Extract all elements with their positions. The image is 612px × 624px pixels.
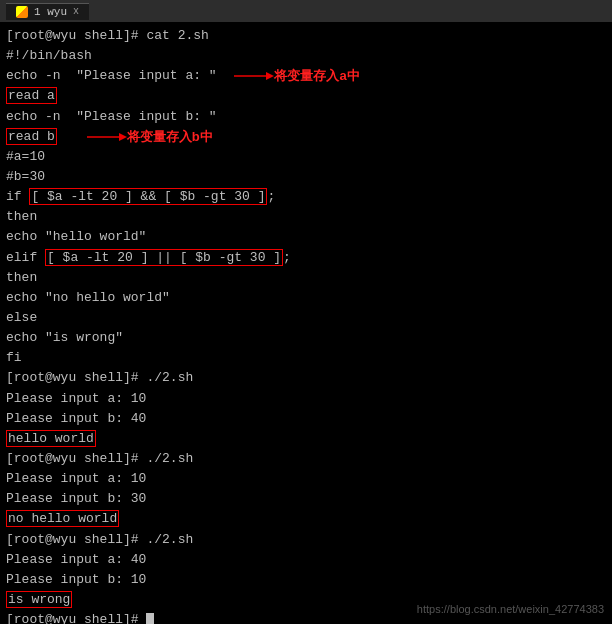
cursor: [146, 613, 154, 624]
line-24: Please input b: 30: [6, 489, 606, 509]
line-21: hello world: [6, 429, 606, 449]
terminal-icon: [16, 6, 28, 18]
line-16: echo "is wrong": [6, 328, 606, 348]
title-bar: 1 wyu x: [0, 0, 612, 22]
title-tab[interactable]: 1 wyu x: [6, 3, 89, 20]
line-6-row: read b 将变量存入b中: [6, 127, 606, 147]
line-2: #!/bin/bash: [6, 46, 606, 66]
line-3-row: echo -n "Please input a: " 将变量存入a中: [6, 66, 606, 86]
line-4: read a: [6, 86, 606, 106]
line-25: no hello world: [6, 509, 606, 529]
line-18: [root@wyu shell]# ./2.sh: [6, 368, 606, 388]
line-9: if [ $a -lt 20 ] && [ $b -gt 30 ];: [6, 187, 606, 207]
line-17: fi: [6, 348, 606, 368]
line-22: [root@wyu shell]# ./2.sh: [6, 449, 606, 469]
line-20: Please input b: 40: [6, 409, 606, 429]
line-8: #b=30: [6, 167, 606, 187]
arrow-icon-b: [87, 129, 127, 145]
line-6: read b: [6, 127, 57, 147]
annotation-b: 将变量存入b中: [87, 127, 213, 147]
line-19: Please input a: 10: [6, 389, 606, 409]
line-14: echo "no hello world": [6, 288, 606, 308]
line-27: Please input a: 40: [6, 550, 606, 570]
tab-label: 1 wyu: [34, 6, 67, 18]
watermark: https://blog.csdn.net/weixin_42774383: [417, 601, 604, 618]
line-15: else: [6, 308, 606, 328]
annotation-a: 将变量存入a中: [234, 66, 359, 86]
line-3: echo -n "Please input a: ": [6, 66, 224, 86]
line-5: echo -n "Please input b: ": [6, 107, 224, 127]
line-26: [root@wyu shell]# ./2.sh: [6, 530, 606, 550]
close-icon[interactable]: x: [73, 6, 79, 17]
annotation-text-b: 将变量存入b中: [127, 127, 213, 147]
line-7: #a=10: [6, 147, 606, 167]
arrow-icon-a: [234, 68, 274, 84]
line-1: [root@wyu shell]# cat 2.sh: [6, 26, 606, 46]
svg-marker-3: [119, 133, 127, 141]
line-5-row: echo -n "Please input b: ": [6, 107, 606, 127]
line-28: Please input b: 10: [6, 570, 606, 590]
line-13: then: [6, 268, 606, 288]
annotation-text-a: 将变量存入a中: [274, 66, 359, 86]
line-23: Please input a: 10: [6, 469, 606, 489]
line-10: then: [6, 207, 606, 227]
line-12: elif [ $a -lt 20 ] || [ $b -gt 30 ];: [6, 248, 606, 268]
line-11: echo "hello world": [6, 227, 606, 247]
terminal: [root@wyu shell]# cat 2.sh #!/bin/bash e…: [0, 22, 612, 624]
